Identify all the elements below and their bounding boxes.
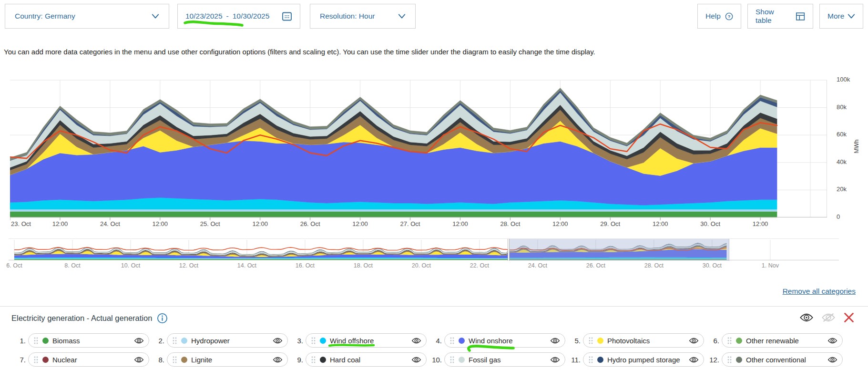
show-all-eye-icon[interactable] <box>799 312 814 323</box>
legend-item-photovoltaics[interactable]: Photovoltaics <box>583 333 704 348</box>
slider-tick-label: 10. Oct <box>121 262 140 269</box>
drag-handle-icon[interactable] <box>311 337 316 344</box>
legend-item-fossil-gas[interactable]: Fossil gas <box>444 352 565 367</box>
legend-item-label: Wind onshore <box>469 337 546 345</box>
slider-tick-label: 26. Oct <box>586 262 605 269</box>
section-divider <box>0 306 868 307</box>
legend-item-wind-offshore[interactable]: Wind offshore <box>306 333 427 348</box>
legend-cell: 9.Hard coal <box>292 352 427 367</box>
slider-tick-label: 12. Oct <box>179 262 198 269</box>
series-color-dot <box>736 357 742 363</box>
drag-handle-icon[interactable] <box>33 337 39 344</box>
visibility-toggle-eye-icon[interactable] <box>827 356 837 363</box>
section-title-text: Electricity generation - Actual generati… <box>11 314 152 323</box>
chevron-down-icon <box>848 13 855 19</box>
legend-item-wind-onshore[interactable]: Wind onshore <box>444 333 565 348</box>
slider-tick-label: 1. Nov <box>762 262 779 269</box>
legend-item-number: 4. <box>430 337 442 345</box>
more-dropdown[interactable]: More <box>819 4 863 29</box>
x-tick-label: 26. Oct <box>300 220 320 227</box>
show-table-label: Show table <box>756 8 791 25</box>
legend-cell: 2.Hydropower <box>153 333 288 348</box>
x-tick-label: 12:00 <box>352 220 368 227</box>
slider-selection-window[interactable] <box>509 239 730 261</box>
time-slider[interactable] <box>9 238 839 261</box>
legend-row-1: 1.Biomass2.Hydropower3.Wind offshore4.Wi… <box>14 333 863 348</box>
drag-handle-icon[interactable] <box>588 337 593 344</box>
x-tick-label: 29. Oct <box>600 220 620 227</box>
drag-handle-icon[interactable] <box>172 337 177 344</box>
x-tick-label: 30. Oct <box>700 220 720 227</box>
show-table-button[interactable]: Show table <box>747 4 813 29</box>
date-end-value[interactable]: 10/30/2025 <box>233 12 270 21</box>
legend-item-label: Nuclear <box>52 356 130 364</box>
resolution-dropdown-label: Resolution: Hour <box>320 12 375 21</box>
drag-handle-icon[interactable] <box>727 337 732 344</box>
series-color-dot <box>459 338 465 344</box>
visibility-toggle-eye-icon[interactable] <box>134 337 144 344</box>
help-button[interactable]: Help ? <box>697 4 741 29</box>
series-color-dot <box>42 338 49 344</box>
legend-item-hydropower[interactable]: Hydropower <box>167 333 288 348</box>
generation-stacked-area-chart[interactable] <box>10 78 827 221</box>
legend-item-other-renewable[interactable]: Other renewable <box>722 333 843 348</box>
legend-item-label: Other renewable <box>746 337 824 345</box>
legend-item-biomass[interactable]: Biomass <box>28 333 149 348</box>
series-color-dot <box>597 338 603 344</box>
x-tick-label: 12:00 <box>653 220 668 227</box>
annotation-underline <box>466 344 517 353</box>
drag-handle-icon[interactable] <box>588 356 593 363</box>
visibility-toggle-eye-icon[interactable] <box>827 337 837 344</box>
date-start-value[interactable]: 10/23/2025 <box>185 12 223 21</box>
visibility-toggle-eye-icon[interactable] <box>273 356 283 363</box>
legend-item-hard-coal[interactable]: Hard coal <box>306 352 427 367</box>
slider-left-handle[interactable] <box>508 239 510 261</box>
x-tick-label: 12:00 <box>52 220 68 227</box>
resolution-dropdown[interactable]: Resolution: Hour <box>310 4 416 29</box>
visibility-toggle-eye-icon[interactable] <box>411 337 421 344</box>
visibility-toggle-eye-icon[interactable] <box>550 337 560 344</box>
question-circle-icon: ? <box>725 11 733 21</box>
legend-item-number: 12. <box>708 356 719 364</box>
legend-item-label: Wind offshore <box>330 337 408 345</box>
info-icon[interactable] <box>157 313 168 324</box>
legend-item-number: 7. <box>14 356 26 364</box>
slider-tick-label: 6. Oct <box>6 262 22 269</box>
slider-tick-label: 14. Oct <box>237 262 256 269</box>
legend-item-hydro-pumped-storage[interactable]: Hydro pumped storage <box>583 352 704 367</box>
drag-handle-icon[interactable] <box>311 356 316 363</box>
legend-item-nuclear[interactable]: Nuclear <box>28 352 149 367</box>
drag-handle-icon[interactable] <box>727 356 732 363</box>
legend-cell: 10.Fossil gas <box>430 352 565 367</box>
country-dropdown[interactable]: Country: Germany <box>5 4 169 29</box>
remove-group-x-icon[interactable] <box>843 312 855 323</box>
drag-handle-icon[interactable] <box>172 356 177 363</box>
visibility-toggle-eye-icon[interactable] <box>689 337 699 344</box>
calendar-icon[interactable] <box>282 11 292 21</box>
x-tick-label: 28. Oct <box>500 220 520 227</box>
drag-handle-icon[interactable] <box>449 356 455 363</box>
date-range-picker[interactable]: 10/23/2025 - 10/30/2025 <box>177 4 300 29</box>
remove-all-categories-link[interactable]: Remove all categories <box>783 287 856 296</box>
description-text: You can add more data categories in the … <box>4 48 595 56</box>
legend-visibility-controls <box>799 312 855 323</box>
legend-item-number: 1. <box>14 337 26 345</box>
drag-handle-icon[interactable] <box>33 356 39 363</box>
visibility-toggle-eye-icon[interactable] <box>411 356 421 363</box>
legend-item-number: 11. <box>569 356 581 364</box>
visibility-toggle-eye-icon[interactable] <box>273 337 283 344</box>
visibility-toggle-eye-icon[interactable] <box>134 356 144 363</box>
legend-item-number: 6. <box>708 337 719 345</box>
x-tick-label: 27. Oct <box>400 220 420 227</box>
visibility-toggle-eye-icon[interactable] <box>689 356 699 363</box>
visibility-toggle-eye-icon[interactable] <box>550 356 560 363</box>
legend-item-label: Hydropower <box>191 337 269 345</box>
legend-item-other-conventional[interactable]: Other conventional <box>722 352 843 367</box>
x-tick-label: 23. Oct <box>11 220 31 227</box>
legend-item-lignite[interactable]: Lignite <box>167 352 288 367</box>
y-tick-label: 20k <box>837 185 847 193</box>
drag-handle-icon[interactable] <box>449 337 455 344</box>
hide-all-eye-off-icon[interactable] <box>821 312 836 323</box>
legend-item-label: Other conventional <box>746 356 824 364</box>
legend-item-number: 8. <box>153 356 164 364</box>
